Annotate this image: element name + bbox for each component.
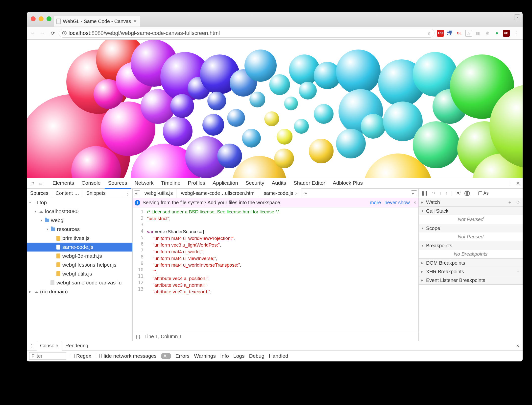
- close-devtools-icon[interactable]: ✕: [516, 180, 520, 186]
- drawer-menu-icon[interactable]: ⋮: [27, 343, 37, 349]
- devtools-tab-security[interactable]: Security: [242, 177, 268, 189]
- side-subtab-content-scripts[interactable]: Content …: [52, 189, 83, 198]
- step-out-icon[interactable]: ↑: [446, 191, 448, 196]
- bookmark-star-icon[interactable]: ☆: [427, 30, 431, 36]
- devtools-tab-console[interactable]: Console: [78, 177, 104, 189]
- back-button[interactable]: ←: [29, 30, 37, 36]
- hide-network-checkbox[interactable]: Hide network messages: [96, 353, 157, 359]
- filter-level[interactable]: Info: [220, 353, 229, 359]
- minimize-window-button[interactable]: [39, 16, 44, 21]
- close-window-button[interactable]: [31, 16, 36, 21]
- devtools-tab-adblock-plus[interactable]: Adblock Plus: [329, 177, 366, 189]
- editor-tab-selected[interactable]: same-code.js✕: [260, 188, 301, 198]
- devtools-tab-shader-editor[interactable]: Shader Editor: [290, 177, 329, 189]
- close-editor-tab-icon[interactable]: ✕: [295, 192, 298, 196]
- filter-level[interactable]: Handled: [269, 353, 288, 359]
- filter-level[interactable]: Debug: [249, 353, 265, 359]
- tree-top[interactable]: ▼top: [27, 198, 132, 207]
- run-snippet-icon[interactable]: ▶▏: [411, 190, 417, 196]
- filter-all-pill[interactable]: All: [161, 353, 171, 359]
- side-subtab-overflow-icon[interactable]: ⋮: [122, 189, 132, 198]
- site-info-icon[interactable]: i: [62, 31, 67, 35]
- devtools-tab-profiles[interactable]: Profiles: [184, 177, 209, 189]
- step-into-icon[interactable]: ↓: [439, 191, 442, 196]
- window-menu-button[interactable]: ▾: [514, 14, 520, 20]
- filter-level[interactable]: Warnings: [194, 353, 216, 359]
- extension-cast-icon[interactable]: ⎚: [484, 30, 491, 37]
- filter-input[interactable]: [29, 352, 66, 360]
- devtools-tab-sources[interactable]: Sources: [105, 177, 131, 189]
- banner-more-link[interactable]: more: [370, 200, 381, 205]
- extension-gl-icon[interactable]: GL: [456, 30, 463, 37]
- tree-folder-resources[interactable]: ▼resources: [27, 225, 132, 234]
- tree-nodomain[interactable]: ▶☁(no domain): [27, 287, 132, 296]
- editor-tab-overflow-icon[interactable]: »: [302, 191, 309, 196]
- extension-drive-icon[interactable]: △: [465, 30, 472, 37]
- zoom-window-button[interactable]: [47, 16, 51, 21]
- scope-panel[interactable]: ▼Scope Not Paused: [419, 224, 523, 241]
- devtools-tab-application[interactable]: Application: [209, 177, 242, 189]
- refresh-watch-icon[interactable]: ⟳: [516, 200, 520, 205]
- extension-abp-icon[interactable]: ABP: [437, 30, 444, 37]
- close-drawer-icon[interactable]: ✕: [513, 343, 523, 349]
- device-toolbar-icon[interactable]: ▭: [38, 180, 44, 186]
- editor-history-nav-icon[interactable]: ◀▏: [134, 190, 140, 196]
- pause-on-exceptions-icon[interactable]: ❚❚: [464, 191, 470, 196]
- devtools-tab-timeline[interactable]: Timeline: [158, 177, 184, 189]
- reload-button[interactable]: ⟳: [49, 30, 56, 36]
- extension-doc-icon[interactable]: ▥: [475, 30, 482, 37]
- browser-tab[interactable]: WebGL - Same Code - Canvas ✕: [54, 16, 140, 27]
- pause-icon[interactable]: ❚❚: [421, 191, 428, 196]
- pretty-print-icon[interactable]: {}: [135, 334, 141, 340]
- regex-checkbox[interactable]: Regex: [71, 353, 91, 359]
- forward-button[interactable]: →: [39, 30, 47, 36]
- step-over-icon[interactable]: ↷: [432, 191, 435, 196]
- inspect-element-icon[interactable]: ⬚: [29, 180, 35, 186]
- extension-speech-icon[interactable]: ●: [493, 30, 500, 37]
- add-watch-icon[interactable]: ＋: [508, 199, 512, 205]
- side-subtab-sources[interactable]: Sources: [27, 189, 52, 198]
- event-listener-breakpoints-panel[interactable]: ▶Event Listener Breakpoints: [419, 276, 523, 285]
- callstack-panel[interactable]: ▼Call Stack Not Paused: [419, 207, 523, 224]
- extension-rikai-icon[interactable]: 理: [446, 30, 453, 37]
- add-xhr-breakpoint-icon[interactable]: ＋: [516, 269, 520, 275]
- tree-file-html[interactable]: webgl-same-code-canvas-fu: [27, 278, 132, 287]
- code-content[interactable]: /* Licensed under a BSD license. See lic…: [145, 207, 418, 332]
- devtools-menu-icon[interactable]: ⋮: [505, 180, 513, 186]
- code-area[interactable]: 12345678910111213 /* Licensed under a BS…: [133, 207, 418, 332]
- drawer-tab-console[interactable]: Console: [37, 341, 62, 351]
- file-tree[interactable]: ▼top ▼☁localhost:8080 ▼webgl ▼resources …: [27, 198, 132, 341]
- watch-panel[interactable]: ▶Watch＋⟳: [419, 198, 523, 207]
- editor-tab[interactable]: webgl-utils.js: [141, 188, 176, 198]
- banner-never-show-link[interactable]: never show: [385, 200, 410, 205]
- deactivate-breakpoints-icon[interactable]: ⚑/: [456, 191, 460, 196]
- tree-host[interactable]: ▼☁localhost:8080: [27, 207, 132, 216]
- devtools-tab-audits[interactable]: Audits: [268, 177, 290, 189]
- close-banner-icon[interactable]: ✕: [413, 200, 416, 205]
- sphere: [264, 111, 279, 126]
- drawer-tab-rendering[interactable]: Rendering: [62, 341, 92, 351]
- extension-ublock-icon[interactable]: uO: [503, 30, 510, 37]
- tree-file[interactable]: webgl-utils.js: [27, 269, 132, 278]
- devtools-tab-elements[interactable]: Elements: [49, 177, 78, 189]
- tree-file-selected[interactable]: same-code.js: [27, 243, 132, 252]
- close-tab-icon[interactable]: ✕: [133, 19, 137, 24]
- tree-file[interactable]: primitives.js: [27, 234, 132, 243]
- address-bar[interactable]: i localhost:8080/webgl/webgl-same-code-c…: [59, 29, 435, 38]
- devtools-tab-network[interactable]: Network: [131, 177, 157, 189]
- xhr-breakpoints-panel[interactable]: ▶XHR Breakpoints＋: [419, 267, 523, 276]
- filter-level[interactable]: Errors: [175, 353, 190, 359]
- page-viewport: [27, 40, 523, 178]
- tree-folder-webgl[interactable]: ▼webgl: [27, 216, 132, 225]
- side-subtab-snippets[interactable]: Snippets: [83, 189, 109, 198]
- dom-breakpoints-panel[interactable]: ▶DOM Breakpoints: [419, 259, 523, 267]
- chrome-menu-icon[interactable]: ⋮: [512, 30, 520, 36]
- breakpoints-panel[interactable]: ▼Breakpoints No Breakpoints: [419, 241, 523, 259]
- filter-level[interactable]: Logs: [233, 353, 245, 359]
- tree-file[interactable]: webgl-lessons-helper.js: [27, 260, 132, 269]
- async-checkbox[interactable]: As: [478, 191, 488, 196]
- sphere: [170, 94, 194, 118]
- tree-file[interactable]: webgl-3d-math.js: [27, 252, 132, 260]
- editor-tab[interactable]: webgl-same-code…ullscreen.html: [177, 188, 259, 198]
- editor-status-bar: {} Line 1, Column 1: [133, 332, 418, 341]
